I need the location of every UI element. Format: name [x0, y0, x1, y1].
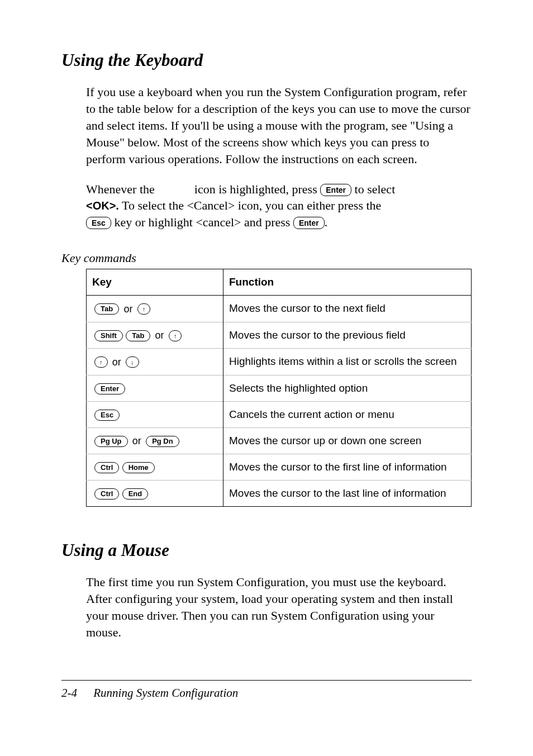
section-heading-mouse: Using a Mouse: [61, 540, 472, 560]
function-cell: Moves the cursor to the last line of inf…: [223, 481, 472, 507]
home-key-icon: Home: [122, 462, 155, 473]
function-cell: Moves the cursor to the next field: [223, 296, 472, 322]
pg-dn-key-icon: Pg Dn: [146, 436, 179, 447]
key-join-text: or: [123, 303, 132, 315]
key-cell: ↑ or ↓: [87, 349, 223, 375]
paragraph-mouse: The first time you run System Configurat…: [86, 574, 472, 641]
page-number: 2-4: [61, 686, 77, 700]
table-row: Ctrl Home Moves the cursor to the first …: [87, 454, 472, 481]
table-caption: Key commands: [61, 251, 472, 265]
function-cell: Moves the cursor up or down one screen: [223, 427, 472, 454]
key-join-text: or: [155, 330, 164, 341]
enter-key-icon: Enter: [293, 217, 325, 229]
esc-key-icon: Esc: [94, 410, 120, 421]
section-mouse-body: The first time you run System Configurat…: [86, 574, 472, 641]
ctrl-key-icon: Ctrl: [94, 462, 119, 473]
key-join-text: or: [132, 435, 141, 446]
key-join-text: or: [112, 356, 121, 368]
text-fragment: to select: [355, 182, 396, 196]
key-cell: Ctrl End: [87, 481, 223, 507]
text-fragment: icon is highlighted, press: [194, 182, 317, 196]
paragraph-keyboard-keys: Whenever the icon is highlighted, press …: [86, 181, 472, 231]
key-cell: Enter: [87, 375, 223, 401]
end-key-icon: End: [122, 488, 149, 500]
table-row: Esc Cancels the current action or menu: [87, 401, 472, 427]
tab-key-icon: Tab: [94, 303, 119, 315]
function-cell: Selects the highlighted option: [223, 375, 472, 401]
document-page: Using the Keyboard If you use a keyboard…: [0, 0, 533, 756]
key-cell: Tab or ↑: [87, 296, 223, 322]
shift-key-icon: Shift: [94, 330, 123, 341]
enter-key-icon: Enter: [320, 184, 351, 196]
pg-up-key-icon: Pg Up: [94, 436, 128, 447]
esc-key-icon: Esc: [86, 217, 111, 229]
footer-title: Running System Configuration: [93, 686, 238, 700]
function-cell: Cancels the current action or menu: [223, 401, 472, 427]
section-heading-keyboard: Using the Keyboard: [61, 50, 472, 70]
table-row: Enter Selects the highlighted option: [87, 375, 472, 401]
paragraph-keyboard-intro: If you use a keyboard when you run the S…: [86, 84, 472, 168]
key-cell: Esc: [87, 401, 223, 427]
key-cell: Shift Tab or ↑: [87, 322, 223, 348]
function-cell: Moves the cursor to the first line of in…: [223, 454, 472, 481]
table-row: Shift Tab or ↑ Moves the cursor to the p…: [87, 322, 472, 348]
tab-key-icon: Tab: [126, 330, 150, 341]
text-fragment: .: [325, 215, 328, 229]
function-cell: Highlights items within a list or scroll…: [223, 349, 472, 375]
table-row: Ctrl End Moves the cursor to the last li…: [87, 481, 472, 507]
table-header-key: Key: [87, 269, 223, 296]
table-header-function: Function: [223, 269, 472, 296]
key-cell: Pg Up or Pg Dn: [87, 427, 223, 454]
text-fragment: Whenever the: [86, 182, 155, 196]
key-commands-table: Key Function Tab or ↑ Moves the cursor t…: [86, 269, 472, 507]
text-fragment: To select the <Cancel> icon, you can eit…: [122, 198, 381, 212]
↑-key-icon: ↑: [137, 303, 151, 315]
↓-key-icon: ↓: [126, 356, 139, 368]
table-row: Tab or ↑ Moves the cursor to the next fi…: [87, 296, 472, 322]
ok-label: <OK>.: [86, 199, 119, 212]
key-cell: Ctrl Home: [87, 454, 223, 481]
section-keyboard-body: If you use a keyboard when you run the S…: [86, 84, 472, 231]
↑-key-icon: ↑: [169, 330, 182, 341]
table-row: ↑ or ↓ Highlights items within a list or…: [87, 349, 472, 375]
enter-key-icon: Enter: [94, 383, 125, 394]
ctrl-key-icon: Ctrl: [94, 488, 119, 500]
↑-key-icon: ↑: [94, 356, 108, 368]
page-footer: 2-4 Running System Configuration: [61, 680, 472, 700]
text-fragment: key or highlight <cancel> and press: [114, 215, 290, 229]
table-row: Pg Up or Pg Dn Moves the cursor up or do…: [87, 427, 472, 454]
function-cell: Moves the cursor to the previous field: [223, 322, 472, 348]
